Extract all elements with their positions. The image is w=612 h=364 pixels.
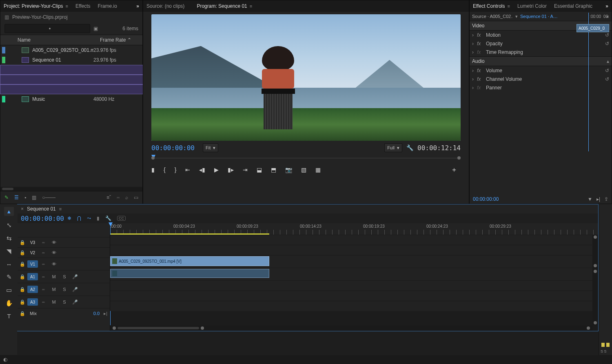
effect-row[interactable]: › fx Channel Volume ↺	[470, 75, 612, 83]
label-swatch[interactable]	[2, 47, 5, 53]
playback-quality-dropdown[interactable]: Full▾	[384, 143, 402, 152]
project-item[interactable]: Clip 1 59.94 fps	[0, 65, 142, 75]
project-hscroll[interactable]	[0, 187, 142, 191]
step-fwd-button[interactable]: ▮▸	[228, 166, 234, 173]
track-row-v2[interactable]	[110, 245, 592, 255]
insert-overwrite-toggle[interactable]: ⤳	[87, 215, 91, 221]
keyframe-nav-icon[interactable]: ▸|	[596, 196, 600, 202]
track-row-a3[interactable]	[110, 291, 592, 301]
slip-tool[interactable]: ↔	[6, 261, 12, 268]
audio-meters[interactable]: S S	[599, 204, 612, 355]
lock-toggle[interactable]: 🔒	[18, 287, 27, 292]
rectangle-tool[interactable]: ▭	[6, 286, 12, 294]
voiceover-toggle[interactable]: 🎤	[70, 274, 80, 280]
icon-view-icon[interactable]: ▪	[24, 195, 26, 200]
eye-toggle[interactable]: 👁	[49, 250, 59, 255]
expand-icon[interactable]: ›	[472, 32, 477, 38]
lift-button[interactable]: ⬓	[257, 166, 262, 173]
ripple-edit-tool[interactable]: ⇆	[7, 235, 12, 242]
overflow-icon[interactable]: »	[136, 3, 139, 9]
close-tab-icon[interactable]: ×	[21, 206, 24, 212]
settings-wrench-icon[interactable]: 🔧	[105, 215, 111, 221]
track-header[interactable]: 🔒 A3 ⎓MS🎤	[18, 295, 110, 308]
play-button[interactable]: ▶	[214, 166, 219, 173]
tab-effects[interactable]: Effects	[75, 3, 90, 9]
chevron-down-icon[interactable]: ▾	[515, 14, 518, 19]
label-swatch[interactable]	[2, 57, 5, 63]
timeline-content[interactable]: :00:0000:00:04:2300:00:09:2300:00:14:230…	[110, 223, 598, 331]
panel-menu-icon[interactable]: ≡	[66, 4, 68, 9]
automate-icon[interactable]: ⎓	[117, 195, 120, 200]
go-to-out-button[interactable]: ⇥	[243, 166, 248, 173]
filter-icon[interactable]: ▼	[588, 196, 592, 202]
mute-toggle[interactable]: M	[49, 287, 59, 292]
track-target[interactable]: A3	[27, 298, 38, 306]
tab-essential-graphics[interactable]: Essential Graphic	[554, 3, 592, 9]
razor-tool[interactable]: ◥	[7, 248, 11, 255]
program-scrubber[interactable]	[151, 155, 461, 162]
label-swatch[interactable]	[2, 96, 5, 102]
bin-icon[interactable]: ▥	[4, 14, 9, 20]
panel-menu-icon[interactable]: ≡	[250, 4, 252, 9]
sync-lock-toggle[interactable]: ⎓	[38, 262, 49, 266]
fx-toggle-icon[interactable]: fx	[477, 68, 486, 73]
step-back-button[interactable]: ◂▮	[199, 166, 205, 173]
sync-lock-toggle[interactable]: ⎓	[38, 287, 49, 292]
linked-selection-toggle[interactable]: ⋂	[77, 215, 81, 221]
expand-icon[interactable]: ›	[472, 76, 477, 82]
voiceover-toggle[interactable]: 🎤	[70, 300, 80, 305]
track-header[interactable]: 🔒 V2 ⎓👁	[18, 247, 110, 257]
reset-icon[interactable]: ↺	[605, 32, 609, 38]
go-to-end-icon[interactable]: ▸|	[104, 311, 107, 316]
track-header[interactable]: 🔒 A1 ⎓MS🎤	[18, 270, 110, 283]
safe-margins-button[interactable]: ▦	[315, 166, 321, 173]
mark-out-button[interactable]: }	[175, 166, 177, 173]
track-row-v3[interactable]	[110, 235, 592, 245]
fx-toggle-icon[interactable]: fx	[477, 85, 486, 91]
effect-row[interactable]: › fx Volume ↺	[470, 66, 612, 75]
tab-source[interactable]: Source: (no clips)	[146, 3, 184, 9]
tab-frameio[interactable]: Frame.io	[98, 3, 117, 9]
tab-project[interactable]: Project: Preview-Your-Clips ≡	[4, 3, 68, 9]
timeline-timecode[interactable]: 00:00:00:00	[21, 215, 64, 222]
reset-icon[interactable]: ↺	[605, 68, 609, 73]
solo-toggle[interactable]: S	[59, 274, 70, 279]
hand-tool[interactable]: ✋	[5, 300, 13, 307]
lock-toggle[interactable]: 🔒	[18, 262, 27, 267]
collapse-icon[interactable]: ▴	[607, 58, 609, 64]
scrub-end-handle[interactable]	[457, 156, 461, 160]
overflow-icon[interactable]: »	[605, 3, 608, 9]
tab-lumetri[interactable]: Lumetri Color	[517, 3, 547, 9]
zoom-slider[interactable]: ○───	[42, 195, 55, 200]
project-item[interactable]: Clip 3 59.94 fps	[0, 84, 142, 94]
comparison-view-button[interactable]: ▧	[301, 166, 306, 173]
go-to-in-button[interactable]: ⇤	[185, 166, 190, 173]
track-select-tool[interactable]: ⤡	[7, 222, 12, 229]
timeline-vscroll[interactable]	[592, 235, 598, 325]
sync-lock-toggle[interactable]: ⎓	[38, 250, 49, 255]
lock-toggle[interactable]: 🔒	[18, 274, 27, 280]
voiceover-toggle[interactable]: 🎤	[70, 287, 80, 292]
lock-toggle[interactable]: 🔒	[18, 311, 27, 316]
lock-toggle[interactable]: 🔒	[18, 250, 27, 255]
program-monitor-video[interactable]	[151, 14, 461, 141]
share-icon[interactable]: ⇪	[604, 196, 608, 202]
sync-lock-toggle[interactable]: ⎓	[38, 240, 49, 245]
solo-toggle[interactable]: S	[59, 287, 70, 292]
timeline-tab[interactable]: Sequence 01	[27, 206, 56, 212]
fx-toggle-icon[interactable]: fx	[477, 49, 486, 55]
captions-toggle[interactable]: CC	[117, 216, 126, 221]
settings-wrench-icon[interactable]: 🔧	[406, 144, 413, 151]
track-header[interactable]: 🔒 A2 ⎓MS🎤	[18, 283, 110, 295]
button-editor-add[interactable]: ＋	[451, 166, 457, 174]
ec-clip-chip[interactable]: A005_C029_0	[577, 24, 609, 32]
type-tool[interactable]: T	[7, 313, 11, 320]
extract-button[interactable]: ⬒	[271, 166, 276, 173]
eye-toggle[interactable]: 👁	[49, 262, 59, 266]
fx-toggle-icon[interactable]: fx	[477, 41, 486, 47]
track-row-mix[interactable]	[110, 301, 592, 311]
add-marker-button[interactable]: ▮	[151, 166, 155, 173]
find-icon[interactable]: ⌕	[125, 195, 128, 200]
col-framerate[interactable]: Frame Rate ⌃	[99, 37, 142, 43]
tab-program[interactable]: Program: Sequence 01 ≡	[197, 3, 252, 9]
